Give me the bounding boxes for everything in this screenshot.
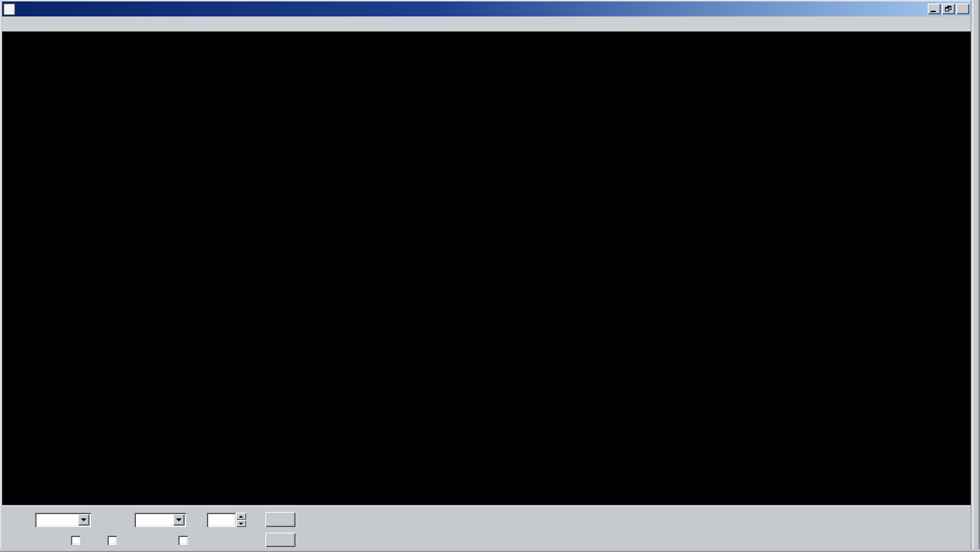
window-border-right[interactable] xyxy=(971,0,980,552)
csd-plot-area xyxy=(2,31,971,506)
colored-curves-checkbox[interactable] xyxy=(71,536,80,545)
grid-checkbox[interactable] xyxy=(107,536,117,545)
restore-button[interactable] xyxy=(942,4,955,14)
menu-bar xyxy=(2,16,971,31)
copy-button[interactable] xyxy=(265,512,295,527)
mode-dropdown[interactable] xyxy=(35,513,91,527)
chevron-down-icon xyxy=(176,518,182,521)
bw-button[interactable] xyxy=(265,533,295,547)
spin-up-button[interactable] xyxy=(236,513,246,520)
waterfall-canvas[interactable] xyxy=(2,31,971,506)
range-db-spinner xyxy=(236,513,246,527)
minimize-icon xyxy=(931,11,936,12)
chevron-down-icon xyxy=(81,518,87,521)
palette-dropdown[interactable] xyxy=(134,513,186,527)
control-panel xyxy=(2,506,971,549)
range-db-input[interactable] xyxy=(207,513,235,527)
restore-icon xyxy=(945,6,951,11)
title-bar[interactable] xyxy=(2,1,971,16)
app-icon[interactable] xyxy=(4,4,15,15)
arrow-up-icon xyxy=(239,516,243,518)
arrow-down-icon xyxy=(239,523,243,525)
stepped-colors-checkbox[interactable] xyxy=(178,536,187,545)
spin-down-button[interactable] xyxy=(236,520,246,527)
window-border-bottom[interactable] xyxy=(0,549,980,552)
close-button[interactable] xyxy=(956,4,969,14)
app-window xyxy=(0,0,980,552)
palette-dropdown-button[interactable] xyxy=(173,514,185,526)
minimize-button[interactable] xyxy=(928,4,941,14)
menu-edit[interactable] xyxy=(2,23,12,26)
mode-dropdown-button[interactable] xyxy=(78,514,89,526)
